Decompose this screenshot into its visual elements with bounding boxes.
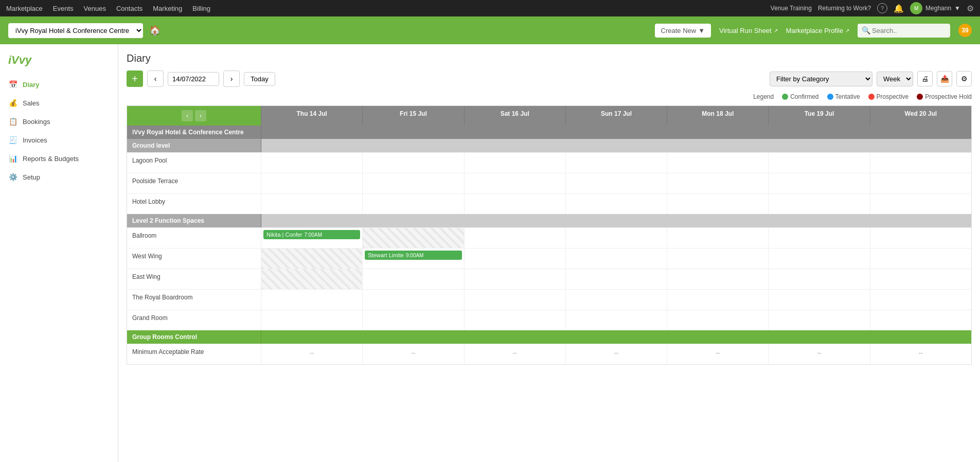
settings-icon[interactable]: ⚙ — [967, 4, 974, 13]
day-header-sun: Sun 17 Jul — [565, 106, 667, 126]
royal-boardroom-label: The Royal Boardroom — [127, 289, 261, 310]
ballroom-thu[interactable]: Nikita | Confer 7:00AM — [261, 227, 362, 248]
day-header-tue: Tue 19 Jul — [768, 106, 869, 126]
event-stewart[interactable]: Stewart Limite 9:00AM — [365, 251, 461, 260]
grand-room-mon — [667, 310, 768, 330]
cal-next-button[interactable]: › — [195, 110, 206, 121]
sidebar-label-sales: Sales — [23, 99, 40, 107]
sidebar-item-invoices[interactable]: 🧾 Invoices — [0, 131, 118, 149]
top-nav-links: Marketplace Events Venues Contacts Marke… — [6, 5, 210, 12]
west-wing-wed — [870, 248, 971, 269]
ballroom-fri — [362, 227, 464, 248]
grand-room-tue — [768, 310, 869, 330]
lagoon-pool-sun — [565, 152, 667, 173]
prev-date-button[interactable]: ‹ — [147, 70, 164, 87]
venue-bar-actions: Create New ▼ Virtual Run Sheet ↗ Marketp… — [655, 24, 972, 38]
nav-marketplace[interactable]: Marketplace — [6, 5, 43, 12]
date-input[interactable] — [168, 72, 219, 86]
lagoon-pool-tue — [768, 152, 869, 173]
ballroom-label: Ballroom — [127, 227, 261, 248]
prospective-hold-dot — [917, 94, 923, 100]
east-wing-thu — [261, 269, 362, 289]
sidebar-item-diary[interactable]: 📅 Diary — [0, 75, 118, 94]
sidebar-label-setup: Setup — [23, 173, 40, 181]
search-input[interactable] — [858, 24, 950, 38]
ballroom-tue — [768, 227, 869, 248]
royal-boardroom-fri — [362, 289, 464, 310]
hotel-lobby-fri — [362, 193, 464, 214]
east-wing-tue — [768, 269, 869, 289]
filter-by-category-select[interactable]: Filter by Category — [770, 72, 872, 86]
ground-level-span — [261, 139, 971, 152]
today-button[interactable]: Today — [244, 72, 275, 86]
hotel-lobby-wed — [870, 193, 971, 214]
bookings-icon: 📋 — [8, 117, 17, 126]
sidebar-item-reports[interactable]: 📊 Reports & Budgets — [0, 149, 118, 168]
poolside-terrace-tue — [768, 173, 869, 193]
ballroom-sun — [565, 227, 667, 248]
user-menu[interactable]: M Meghann ▼ — [910, 2, 960, 14]
nav-events[interactable]: Events — [53, 5, 74, 12]
setup-icon: ⚙️ — [8, 173, 17, 181]
east-wing-wed — [870, 269, 971, 289]
hotel-lobby-mon — [667, 193, 768, 214]
west-wing-tue — [768, 248, 869, 269]
nav-marketing[interactable]: Marketing — [153, 5, 182, 12]
lagoon-pool-wed — [870, 152, 971, 173]
west-wing-sun — [565, 248, 667, 269]
hotel-lobby-thu — [261, 193, 362, 214]
create-new-dropdown-icon: ▼ — [698, 27, 705, 34]
sales-icon: 💰 — [8, 99, 17, 107]
notification-badge[interactable]: 39 — [958, 24, 972, 37]
next-date-button[interactable]: › — [223, 70, 240, 87]
legend-prospective: Prospective — [868, 93, 909, 100]
nav-venues[interactable]: Venues — [84, 5, 106, 12]
export-button[interactable]: 📤 — [937, 71, 952, 86]
calendar-settings-button[interactable]: ⚙ — [956, 71, 972, 86]
min-rate-sat: -- — [464, 344, 565, 364]
help-icon[interactable]: ? — [877, 3, 887, 13]
marketplace-profile-link[interactable]: Marketplace Profile ↗ — [786, 27, 849, 34]
level2-header: Level 2 Function Spaces — [127, 214, 261, 227]
nav-billing[interactable]: Billing — [192, 5, 210, 12]
virtual-run-sheet-link[interactable]: Virtual Run Sheet ↗ — [719, 27, 778, 34]
main-content: Diary + ‹ › Today Filter by Category Wee… — [118, 44, 980, 462]
invoices-icon: 🧾 — [8, 136, 17, 144]
calendar-grid: ‹ › Thu 14 Jul Fri 15 Jul Sat 16 Jul Sun… — [127, 106, 971, 364]
add-event-button[interactable]: + — [127, 70, 143, 87]
sidebar-item-sales[interactable]: 💰 Sales — [0, 94, 118, 112]
royal-boardroom-wed — [870, 289, 971, 310]
view-mode-select[interactable]: Week — [877, 72, 913, 86]
venue-selector[interactable]: iVvy Royal Hotel & Conference Centre — [8, 23, 143, 38]
cal-prev-button[interactable]: ‹ — [182, 110, 193, 121]
diary-icon: 📅 — [8, 80, 17, 88]
day-header-sat: Sat 16 Jul — [464, 106, 565, 126]
sidebar-label-diary: Diary — [23, 81, 40, 88]
royal-boardroom-sun — [565, 289, 667, 310]
east-wing-fri — [362, 269, 464, 289]
group-rooms-header: Group Rooms Control — [127, 330, 261, 344]
east-wing-sat — [464, 269, 565, 289]
reports-icon: 📊 — [8, 154, 17, 163]
west-wing-fri[interactable]: Stewart Limite 9:00AM — [362, 248, 464, 269]
sidebar-item-setup[interactable]: ⚙️ Setup — [0, 168, 118, 186]
event-stewart-time: 9:00AM — [406, 253, 423, 258]
sidebar-item-bookings[interactable]: 📋 Bookings — [0, 112, 118, 131]
ballroom-wed — [870, 227, 971, 248]
day-header-wed: Wed 20 Jul — [870, 106, 971, 126]
nav-contacts[interactable]: Contacts — [116, 5, 142, 12]
create-new-button[interactable]: Create New ▼ — [655, 24, 711, 38]
print-button[interactable]: 🖨 — [917, 71, 933, 86]
event-nikita-time: 7:00AM — [305, 232, 322, 238]
west-wing-mon — [667, 248, 768, 269]
min-rate-tue: -- — [768, 344, 869, 364]
venue-section-span — [261, 126, 971, 139]
lagoon-pool-mon — [667, 152, 768, 173]
legend-label: Legend — [753, 93, 774, 100]
grand-room-sun — [565, 310, 667, 330]
event-nikita[interactable]: Nikita | Confer 7:00AM — [263, 230, 360, 239]
home-icon[interactable]: 🏠 — [149, 25, 161, 36]
hotel-lobby-tue — [768, 193, 869, 214]
bell-icon[interactable]: 🔔 — [894, 4, 904, 13]
grand-room-wed — [870, 310, 971, 330]
